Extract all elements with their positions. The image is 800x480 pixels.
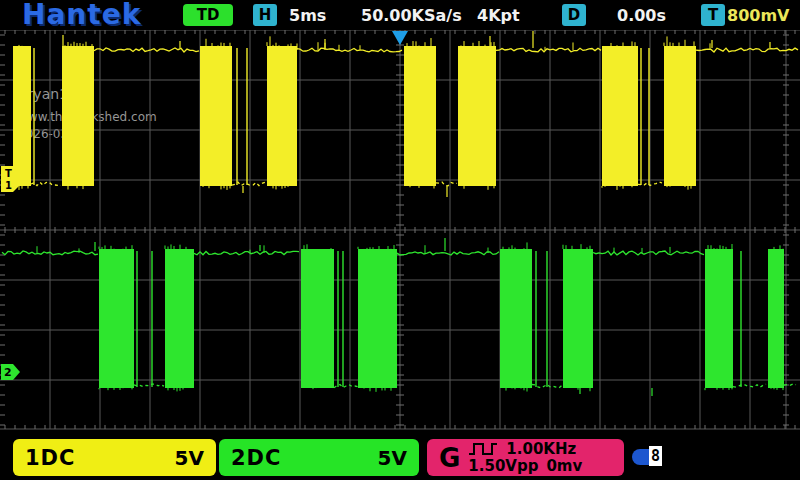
ch1-marker-label: T (5, 168, 12, 179)
trigger-badge-icon[interactable]: T (701, 4, 725, 26)
acquisition-mode-badge[interactable]: TD (183, 4, 233, 26)
ch2-marker-label: 2 (4, 366, 12, 379)
generator-readout: 1.00KHz 1.50Vpp 0mv (468, 441, 582, 475)
ch2-status-box[interactable]: 2DC 5V (219, 439, 419, 476)
generator-frequency: 1.00KHz (506, 442, 576, 457)
ch2-scale-value: 5V (378, 446, 407, 470)
delay-badge-icon[interactable]: D (562, 4, 586, 26)
memory-depth-value: 4Kpt (477, 6, 520, 25)
channel-bar: 1DC 5V 2DC 5V G 1.00KHz 1.50Vpp 0mv (0, 430, 800, 480)
generator-amplitude: 1.50Vpp (468, 459, 538, 474)
sample-rate-value: 50.00KSa/s (361, 6, 462, 25)
generator-label: G (439, 445, 460, 471)
timebase-value: 5ms (289, 6, 326, 25)
ch1-status-box[interactable]: 1DC 5V (13, 439, 216, 476)
brand-logo: Hantek (22, 0, 141, 31)
trigger-position-icon[interactable] (392, 31, 408, 45)
square-wave-icon (468, 442, 498, 456)
usb-digit: 8 (649, 446, 662, 466)
generator-status-box[interactable]: G 1.00KHz 1.50Vpp 0mv (427, 439, 624, 476)
generator-offset: 0mv (546, 459, 582, 474)
horizontal-offset-value: 0.00s (617, 6, 666, 25)
ch1-coupling-label: 1DC (25, 446, 75, 470)
status-bar: Hantek TD H 5ms 50.00KSa/s 4Kpt D 0.00s … (0, 0, 800, 30)
usb-drive-icon[interactable]: 8 (632, 446, 666, 468)
ch2-trace (2, 238, 796, 396)
ch1-scale-value: 5V (175, 446, 204, 470)
trigger-level-value: 800mV (727, 6, 789, 25)
ch2-coupling-label: 2DC (231, 446, 281, 470)
horizontal-badge-icon[interactable]: H (253, 4, 277, 26)
waveform-display: T12 (0, 0, 800, 480)
oscilloscope-screen: Hantek TD H 5ms 50.00KSa/s 4Kpt D 0.00s … (0, 0, 800, 480)
ch1-marker-label: 1 (5, 180, 12, 191)
